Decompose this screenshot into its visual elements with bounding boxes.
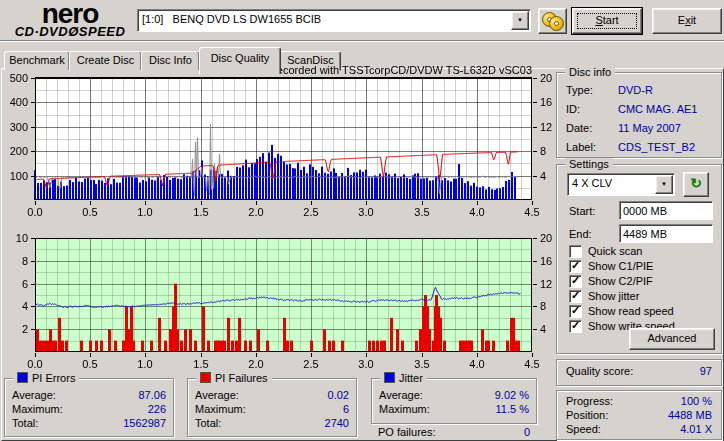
start-offset-field[interactable] [619, 201, 713, 220]
show-c1-pie-checkbox[interactable] [569, 260, 582, 273]
blue-square-icon [17, 372, 28, 383]
info-value: 11 May 2007 [618, 119, 681, 138]
blue-square-icon [384, 372, 395, 383]
tab-label: Disc Info [149, 54, 192, 66]
po-failures-value: 0 [524, 425, 530, 439]
progress-box: Progress:100 % Position:4488 MB Speed:4.… [556, 390, 722, 440]
show-write-speed-checkbox[interactable] [569, 320, 582, 333]
stat-label: Average: [379, 388, 423, 402]
refresh-icon: ↻ [690, 175, 702, 191]
disc-icon [549, 16, 564, 31]
tab-benchmark[interactable]: Benchmark [4, 51, 70, 71]
stat-value: 226 [148, 402, 166, 416]
end-offset-label: End: [569, 228, 592, 240]
po-failures-row: PO failures: 0 [371, 425, 537, 439]
start-offset-label: Start: [569, 205, 595, 217]
quality-score-label: Quality score: [566, 360, 633, 383]
speed-select-value: 4 X CLV [572, 177, 612, 189]
info-value: CMC MAG. AE1 [618, 100, 697, 119]
focus-rectangle [577, 13, 637, 29]
stat-value: 6 [343, 402, 349, 416]
speed-value: 4.01 X [680, 422, 712, 436]
pi-failures-box: PI Failures Average:0.02 Maximum:6 Total… [187, 378, 357, 437]
show-c2-pif-label: Show C2/PIF [588, 275, 653, 287]
drive-select[interactable]: [1:0] BENQ DVD LS DW1655 BCIB ▼ [137, 9, 531, 32]
po-failures-label: PO failures: [378, 425, 435, 439]
speed-select[interactable]: 4 X CLV ▼ [567, 173, 675, 196]
position-value: 4488 MB [668, 408, 712, 422]
stat-label: Maximum: [195, 402, 246, 416]
logo-nero-text: nero [8, 3, 132, 25]
show-c2-pif-checkbox[interactable] [569, 275, 582, 288]
advanced-button[interactable]: Advanced [629, 328, 715, 350]
info-label: Label: [566, 138, 618, 157]
advanced-button-label: Advanced [648, 332, 697, 344]
show-read-speed-checkbox[interactable] [569, 305, 582, 318]
logo-speed-text: CD·DVDØSPEED [8, 25, 132, 38]
stat-label: Total: [195, 416, 221, 430]
pi-failures-title: PI Failures [215, 372, 268, 384]
stat-label: Maximum: [12, 402, 63, 416]
red-square-icon [200, 372, 211, 383]
settings-legend: Settings [565, 158, 613, 171]
stat-value: 11.5 % [496, 402, 529, 416]
toolbar-separator [0, 40, 724, 42]
stat-label: Maximum: [379, 402, 430, 416]
progress-value: 100 % [681, 394, 712, 408]
speed-label: Speed: [566, 422, 601, 436]
drive-select-value: [1:0] BENQ DVD LS DW1655 BCIB [142, 13, 321, 25]
pi-failures-legend: PI Failures [196, 372, 272, 385]
refresh-button[interactable]: ↻ [683, 172, 709, 197]
stat-value: 9.02 % [495, 388, 529, 402]
info-label: Type: [566, 81, 618, 100]
stat-value: 0.02 [328, 388, 349, 402]
start-button[interactable]: Start [572, 8, 642, 34]
pi-failures-jitter-chart [0, 226, 556, 372]
info-label: Date: [566, 119, 618, 138]
pi-errors-chart [0, 70, 556, 222]
quality-score-box: Quality score: 97 [556, 359, 722, 386]
tab-label: Disc Quality [211, 52, 270, 64]
tab-create-disc[interactable]: Create Disc [69, 51, 142, 71]
info-value: CDS_TEST_B2 [618, 138, 695, 157]
info-label: ID: [566, 100, 618, 119]
nero-cd-dvd-speed-window: nero CD·DVDØSPEED [1:0] BENQ DVD LS DW16… [0, 0, 724, 441]
chevron-down-icon[interactable]: ▼ [511, 11, 529, 30]
pi-errors-box: PI Errors Average:87.06 Maximum:226 Tota… [4, 378, 174, 437]
tab-label: Create Disc [77, 54, 134, 66]
jitter-box: Jitter Average:9.02 % Maximum:11.5 % [371, 378, 537, 424]
info-value: DVD-R [618, 81, 653, 100]
exit-button-label: Exit [678, 14, 696, 26]
tab-label: Benchmark [9, 54, 65, 66]
stat-label: Total: [12, 416, 38, 430]
pi-errors-title: PI Errors [32, 372, 75, 384]
show-jitter-label: Show jitter [588, 290, 639, 302]
jitter-legend: Jitter [380, 372, 427, 385]
stat-value: 1562987 [123, 416, 166, 430]
stat-label: Average: [195, 388, 239, 402]
stat-value: 87.06 [138, 388, 166, 402]
settings-group: Settings 4 X CLV ▼ ↻ Start: End: Quick s… [556, 164, 722, 354]
stat-label: Average: [12, 388, 56, 402]
show-read-speed-label: Show read speed [588, 305, 674, 317]
exit-button[interactable]: Exit [652, 8, 722, 34]
show-c1-pie-label: Show C1/PIE [588, 260, 653, 272]
position-label: Position: [566, 408, 608, 422]
chevron-down-icon[interactable]: ▼ [655, 175, 673, 194]
quick-scan-checkbox[interactable] [569, 245, 582, 258]
stat-value: 2740 [325, 416, 349, 430]
disc-info-legend: Disc info [565, 66, 615, 79]
end-offset-field[interactable] [619, 224, 713, 243]
disc-tool-button[interactable] [538, 8, 567, 34]
quality-score-value: 97 [700, 360, 712, 383]
disc-info-group: Disc info Type:DVD-R ID:CMC MAG. AE1 Dat… [556, 72, 722, 158]
pi-errors-legend: PI Errors [13, 372, 79, 385]
show-jitter-checkbox[interactable] [569, 290, 582, 303]
tab-disc-quality[interactable]: Disc Quality [199, 47, 281, 74]
tab-disc-info[interactable]: Disc Info [141, 51, 200, 71]
progress-label: Progress: [566, 394, 613, 408]
jitter-title: Jitter [399, 372, 423, 384]
app-logo: nero CD·DVDØSPEED [8, 3, 132, 39]
quick-scan-label: Quick scan [588, 245, 642, 257]
